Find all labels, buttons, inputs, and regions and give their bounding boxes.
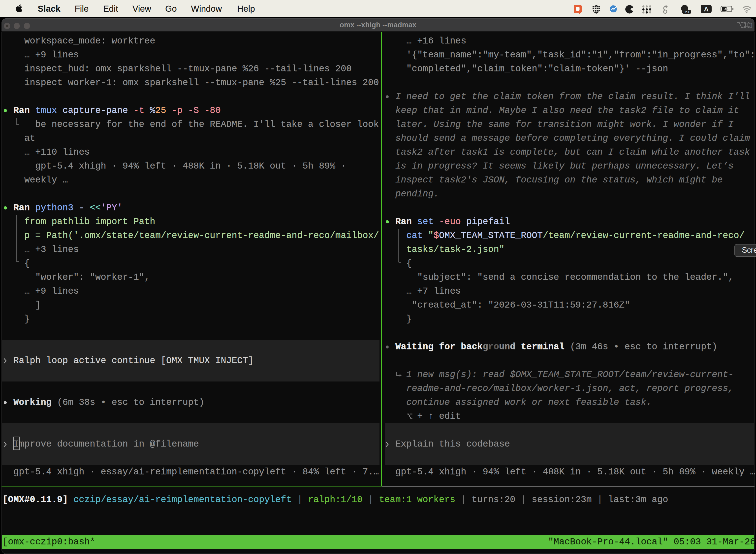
svg-text:1: 1: [750, 21, 752, 29]
svg-text:..61: ..61: [683, 10, 690, 14]
svg-text:A: A: [704, 5, 709, 13]
